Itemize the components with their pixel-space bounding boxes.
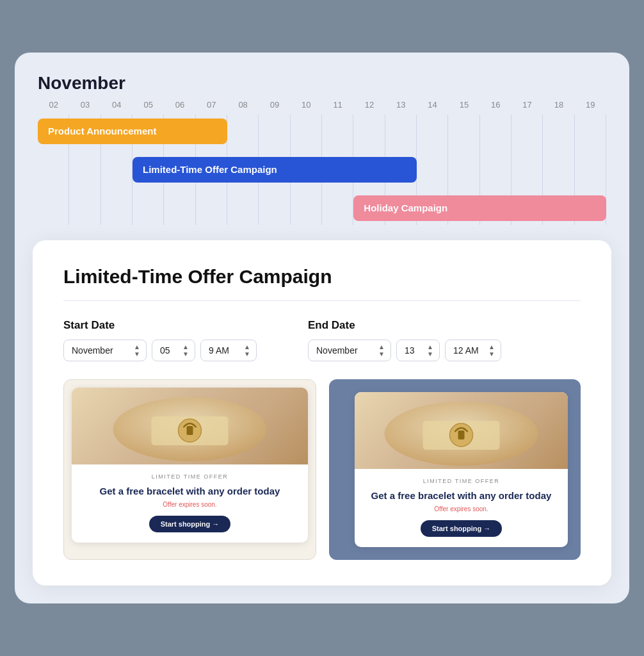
- preview-light: LIMITED TIME OFFER Get a free bracelet w…: [63, 379, 316, 561]
- end-day-wrapper: 13 14 15 ▲▼: [396, 340, 440, 361]
- start-time-wrapper: 9 AM 10 AM 12 PM ▲▼: [200, 340, 257, 361]
- start-month-wrapper: November December January ▲▼: [63, 340, 147, 361]
- ad-button-light[interactable]: Start shopping →: [149, 516, 231, 532]
- ad-content-dark: LIMITED TIME OFFER Get a free bracelet w…: [355, 469, 568, 548]
- end-month-wrapper: November December ▲▼: [308, 340, 391, 361]
- timeline-grid: 020304050607080910111213141516171819 Pro…: [38, 100, 606, 225]
- previews: LIMITED TIME OFFER Get a free bracelet w…: [63, 379, 581, 561]
- timeline-date-label: 12: [353, 100, 385, 110]
- start-date-group: Start Date November December January ▲▼ …: [63, 319, 257, 361]
- ad-image-light: [72, 388, 308, 464]
- timeline-date-label: 07: [196, 100, 227, 110]
- ad-sub-light: Offer expires soon.: [82, 501, 298, 508]
- campaign-card: Limited-Time Offer Campaign Start Date N…: [33, 240, 611, 586]
- timeline-dates-row: 020304050607080910111213141516171819: [38, 100, 606, 110]
- start-month-select[interactable]: November December January: [63, 340, 147, 361]
- divider: [63, 300, 581, 301]
- timeline-date-label: 10: [291, 100, 322, 110]
- start-time-select[interactable]: 9 AM 10 AM 12 PM: [200, 340, 257, 361]
- timeline-date-label: 09: [259, 100, 290, 110]
- end-time-wrapper: 12 AM 1 AM 9 AM ▲▼: [445, 340, 501, 361]
- ad-card-light: LIMITED TIME OFFER Get a free bracelet w…: [72, 388, 308, 543]
- ad-content-light: LIMITED TIME OFFER Get a free bracelet w…: [72, 464, 308, 543]
- timeline-date-label: 14: [417, 100, 448, 110]
- bar-row-product: Product Announcement: [38, 115, 606, 148]
- date-fields: Start Date November December January ▲▼ …: [63, 319, 581, 361]
- timeline-date-label: 13: [385, 100, 417, 110]
- campaign-bar-2[interactable]: Holiday Campaign: [353, 195, 606, 221]
- timeline-date-label: 11: [322, 100, 353, 110]
- ad-image-dark: [355, 392, 568, 469]
- ad-tag-dark: LIMITED TIME OFFER: [365, 478, 558, 484]
- timeline-date-label: 06: [164, 100, 195, 110]
- timeline-date-label: 05: [133, 100, 164, 110]
- ad-headline-dark: Get a free bracelet with any order today: [365, 489, 558, 502]
- start-day-select[interactable]: 05 06 07: [152, 340, 195, 361]
- timeline-bars-area: Product Announcement Limited-Time Offer …: [38, 115, 606, 225]
- ad-tag-light: LIMITED TIME OFFER: [82, 473, 298, 480]
- end-month-select[interactable]: November December: [308, 340, 391, 361]
- timeline-month-title: November: [38, 73, 606, 94]
- start-date-label: Start Date: [63, 319, 257, 332]
- campaign-bar-0[interactable]: Product Announcement: [38, 119, 227, 144]
- main-container: November 0203040506070809101112131415161…: [15, 53, 629, 604]
- timeline-date-label: 03: [69, 100, 101, 110]
- timeline-date-label: 18: [543, 100, 574, 110]
- timeline-section: November 0203040506070809101112131415161…: [33, 73, 611, 225]
- start-date-selects: November December January ▲▼ 05 06 07 ▲▼: [63, 340, 257, 361]
- bar-row-holiday: Holiday Campaign: [38, 192, 606, 225]
- end-day-select[interactable]: 13 14 15: [396, 340, 440, 361]
- campaign-bar-1[interactable]: Limited-Time Offer Campaign: [133, 157, 417, 183]
- start-day-wrapper: 05 06 07 ▲▼: [152, 340, 195, 361]
- timeline-date-label: 04: [101, 100, 133, 110]
- end-date-label: End Date: [308, 319, 501, 332]
- end-date-selects: November December ▲▼ 13 14 15 ▲▼: [308, 340, 501, 361]
- svg-rect-7: [458, 430, 465, 439]
- timeline-date-label: 17: [511, 100, 543, 110]
- timeline-date-label: 15: [448, 100, 479, 110]
- timeline-date-label: 02: [38, 100, 69, 110]
- preview-dark: LIMITED TIME OFFER Get a free bracelet w…: [329, 379, 581, 561]
- timeline-date-label: 08: [227, 100, 259, 110]
- bar-row-limited: Limited-Time Offer Campaign: [38, 153, 606, 186]
- timeline-date-label: 16: [480, 100, 511, 110]
- svg-rect-3: [187, 426, 193, 435]
- ad-sub-dark: Offer expires soon.: [365, 505, 558, 512]
- end-date-group: End Date November December ▲▼ 13 14 1: [308, 319, 501, 361]
- campaign-card-title: Limited-Time Offer Campaign: [63, 266, 581, 288]
- ad-headline-light: Get a free bracelet with any order today: [82, 485, 298, 498]
- end-time-select[interactable]: 12 AM 1 AM 9 AM: [445, 340, 501, 361]
- timeline-date-label: 19: [575, 100, 606, 110]
- ad-button-dark[interactable]: Start shopping →: [421, 520, 503, 537]
- ad-card-dark: LIMITED TIME OFFER Get a free bracelet w…: [355, 392, 568, 548]
